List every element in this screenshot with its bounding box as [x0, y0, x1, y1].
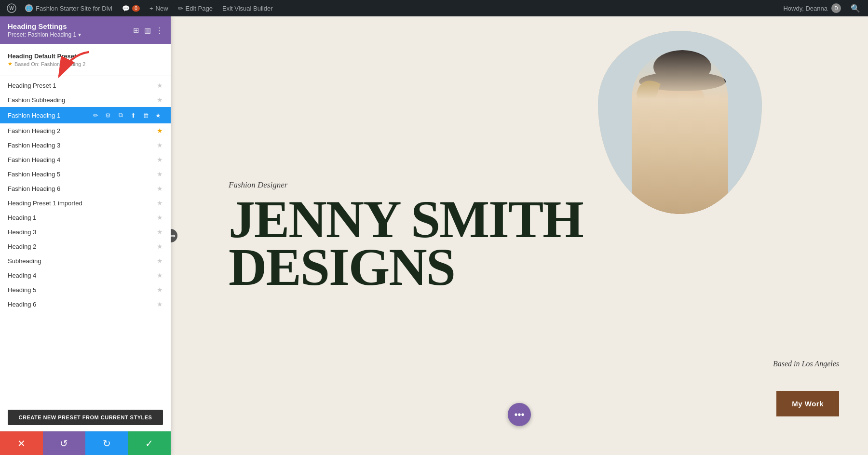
redo-icon: ↻: [103, 438, 111, 449]
plus-icon: +: [149, 5, 153, 12]
heading-default-preset[interactable]: Heading Default Preset ★ Based On: Fashi…: [0, 49, 171, 71]
howdy-section: Howdy, Deanna D: [779, 3, 845, 13]
exit-builder-bar-item[interactable]: Exit Visual Builder: [218, 0, 277, 16]
preset-name-label: Heading 1: [8, 214, 157, 221]
dots-icon: •••: [514, 409, 524, 420]
preset-star-icon[interactable]: ★: [157, 257, 163, 265]
preset-name-label: Fashion Heading 2: [8, 127, 157, 134]
export-preset-icon[interactable]: ⬆: [128, 110, 138, 120]
preset-item-heading-preset-1-imported[interactable]: Heading Preset 1 imported★: [0, 196, 171, 210]
svg-point-7: [653, 77, 706, 139]
preset-name-label: Heading 4: [8, 272, 157, 279]
preset-star-icon[interactable]: ★: [157, 286, 163, 294]
preset-star-icon[interactable]: ★: [157, 81, 163, 89]
svg-rect-3: [598, 31, 762, 214]
svg-point-10: [669, 103, 677, 108]
floating-menu-button[interactable]: •••: [508, 403, 531, 426]
preset-name-label: Heading 6: [8, 301, 157, 308]
preset-name-label: Fashion Heading 1: [8, 112, 91, 119]
site-name[interactable]: 🌐 Fashion Starter Site for Divi: [21, 4, 116, 12]
comments-bar-item[interactable]: 💬 0: [118, 0, 144, 16]
preset-star-icon[interactable]: ★: [157, 271, 163, 279]
edit-preset-icon[interactable]: ✏: [91, 110, 100, 120]
default-preset-section: Heading Default Preset ★ Based On: Fashi…: [0, 44, 171, 76]
preset-item-heading-5[interactable]: Heading 5★: [0, 282, 171, 297]
preset-star-icon[interactable]: ★: [157, 214, 163, 221]
panel-title: Heading Settings: [8, 22, 81, 30]
preset-name-label: Fashion Heading 4: [8, 156, 157, 163]
preset-star-icon[interactable]: ★: [157, 127, 163, 134]
wp-logo[interactable]: W: [4, 0, 19, 16]
preset-action-buttons: ✏⚙⧉⬆🗑★: [91, 110, 163, 120]
delete-preset-icon[interactable]: 🗑: [141, 110, 150, 120]
panel-header-text: Heading Settings Preset: Fashion Heading…: [8, 22, 81, 38]
hero-text-block: Fashion Designer JENNY SMITHDESIGNS: [229, 180, 583, 291]
hero-image-wrap: [598, 31, 781, 233]
my-work-button[interactable]: My Work: [776, 391, 839, 416]
heading-settings-panel: Heading Settings Preset: Fashion Heading…: [0, 16, 171, 455]
preset-list: Heading Preset 1★Fashion Subheading★Fash…: [0, 76, 171, 404]
preset-star-icon[interactable]: ★: [157, 242, 163, 250]
panel-more-icon[interactable]: ⋮: [156, 26, 163, 35]
preset-item-heading-1[interactable]: Heading 1★: [0, 210, 171, 225]
preset-item-heading-2[interactable]: Heading 2★: [0, 239, 171, 254]
create-preset-button[interactable]: CREATE NEW PRESET FROM CURRENT STYLES: [8, 410, 163, 425]
site-favicon: 🌐: [25, 4, 33, 12]
preset-item-heading-3[interactable]: Heading 3★: [0, 225, 171, 239]
preset-item-heading-6[interactable]: Heading 6★: [0, 297, 171, 311]
user-avatar[interactable]: D: [831, 3, 841, 13]
preset-star-icon[interactable]: ★: [157, 96, 163, 104]
default-preset-name: Heading Default Preset: [8, 53, 163, 60]
preset-item-heading-preset-1[interactable]: Heading Preset 1★: [0, 78, 171, 93]
svg-rect-6: [670, 115, 690, 139]
edit-page-bar-item[interactable]: ✏ Edit Page: [174, 0, 217, 16]
duplicate-preset-icon[interactable]: ⧉: [116, 110, 125, 120]
preset-star-icon[interactable]: ★: [157, 156, 163, 163]
settings-preset-icon[interactable]: ⚙: [103, 110, 113, 120]
bottom-action-bar: ✕ ↺ ↻ ✓: [0, 431, 171, 455]
panel-header: Heading Settings Preset: Fashion Heading…: [0, 16, 171, 44]
save-button[interactable]: ✓: [128, 431, 171, 455]
panel-expand-icon[interactable]: ⊞: [133, 26, 139, 35]
undo-button[interactable]: ↺: [43, 431, 86, 455]
hero-main-title: JENNY SMITHDESIGNS: [229, 196, 583, 291]
preset-star-icon[interactable]: ★: [157, 185, 163, 192]
preset-name-label: Heading 2: [8, 243, 157, 250]
panel-columns-icon[interactable]: ▥: [144, 26, 151, 35]
svg-point-9: [653, 50, 711, 84]
preset-item-fashion-heading-2[interactable]: Fashion Heading 2★: [0, 123, 171, 138]
preset-item-fashion-heading-1[interactable]: Fashion Heading 1✏⚙⧉⬆🗑★: [0, 107, 171, 123]
admin-bar: W 🌐 Fashion Starter Site for Divi 💬 0 + …: [0, 0, 868, 16]
preset-star-icon[interactable]: ★: [157, 300, 163, 308]
cancel-button[interactable]: ✕: [0, 431, 43, 455]
default-preset-based-on: ★ Based On: Fashion Heading 2: [8, 61, 163, 67]
star-preset-icon[interactable]: ★: [153, 110, 163, 120]
preset-item-fashion-heading-5[interactable]: Fashion Heading 5★: [0, 167, 171, 181]
preset-name-label: Heading 5: [8, 286, 157, 294]
preset-item-fashion-heading-4[interactable]: Fashion Heading 4★: [0, 152, 171, 167]
redo-button[interactable]: ↻: [85, 431, 128, 455]
preset-star-icon[interactable]: ★: [157, 170, 163, 178]
preset-star-icon[interactable]: ★: [157, 141, 163, 149]
check-icon: ✓: [145, 438, 153, 449]
preset-item-fashion-heading-6[interactable]: Fashion Heading 6★: [0, 181, 171, 196]
hero-location: Based in Los Angeles: [773, 360, 839, 368]
hero-subtext: Fashion Designer: [229, 180, 583, 190]
preset-item-fashion-heading-3[interactable]: Fashion Heading 3★: [0, 138, 171, 152]
website-preview: ⟺: [171, 16, 868, 455]
main-layout: Heading Settings Preset: Fashion Heading…: [0, 16, 868, 455]
pencil-icon: ✏: [178, 5, 183, 12]
comments-count: 0: [132, 5, 140, 12]
preset-selector[interactable]: Preset: Fashion Heading 1 ▾: [8, 31, 81, 38]
new-bar-item[interactable]: + New: [146, 0, 172, 16]
preset-item-fashion-subheading[interactable]: Fashion Subheading★: [0, 93, 171, 107]
preset-name-label: Subheading: [8, 257, 157, 265]
preset-star-icon[interactable]: ★: [157, 199, 163, 207]
panel-header-icons: ⊞ ▥ ⋮: [133, 26, 163, 35]
preset-item-heading-4[interactable]: Heading 4★: [0, 268, 171, 282]
preset-star-icon[interactable]: ★: [157, 228, 163, 236]
preset-item-subheading[interactable]: Subheading★: [0, 254, 171, 268]
star-icon: ★: [8, 61, 13, 67]
admin-search-icon[interactable]: 🔍: [847, 4, 864, 13]
preset-name-label: Fashion Heading 6: [8, 185, 157, 192]
